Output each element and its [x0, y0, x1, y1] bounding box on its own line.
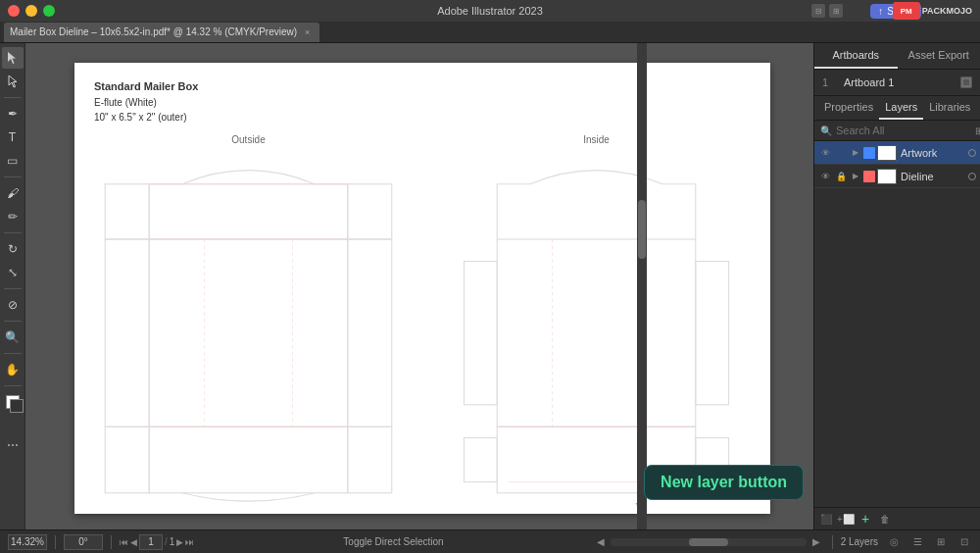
- share-icon: ↑: [878, 6, 883, 17]
- svg-rect-0: [149, 239, 348, 427]
- toolbar-separator-6: [4, 353, 22, 354]
- tooltip-box: New layer button: [644, 465, 804, 500]
- status-sep-2: [111, 535, 112, 549]
- layer-color-artwork: [863, 147, 875, 159]
- add-artboard-button[interactable]: ⊞: [933, 534, 949, 550]
- prev-page-button[interactable]: ◀: [130, 537, 137, 547]
- svg-rect-4: [348, 239, 392, 427]
- maximize-button[interactable]: [43, 5, 55, 17]
- horizontal-scrollbar[interactable]: [611, 538, 807, 546]
- artboard-item-1[interactable]: 1 Artboard 1: [814, 74, 980, 91]
- inside-label: Inside: [442, 134, 751, 145]
- box-dimensions: 10" x 6.5" x 2" (outer): [94, 110, 751, 125]
- svg-rect-7: [105, 427, 149, 493]
- scroll-left-button[interactable]: ◀: [593, 534, 609, 550]
- scale-tool[interactable]: ⤡: [2, 262, 24, 283]
- status-bar: ⏮ ◀ / 1 ▶ ⏭ Toggle Direct Selection ◀ ▶ …: [0, 529, 980, 553]
- hand-tool[interactable]: ✋: [2, 359, 24, 380]
- last-page-button[interactable]: ⏭: [185, 537, 194, 547]
- rotation-input[interactable]: [64, 534, 103, 550]
- tab-artboards[interactable]: Artboards: [814, 43, 898, 69]
- main-layout: ✒ T ▭ 🖌 ✏ ↻ ⤡ ⊘ 🔍 ✋ ⋯ Standard Mailer Bo…: [0, 43, 980, 529]
- layer-lock-artwork[interactable]: [834, 146, 848, 160]
- layer-name-dieline: Dieline: [899, 171, 966, 182]
- new-layer-button[interactable]: +: [858, 511, 873, 527]
- right-panel: Artboards Asset Export 1 Artboard 1 Prop…: [813, 43, 980, 529]
- create-new-sublayer-button[interactable]: +⬜: [838, 511, 854, 527]
- zoom-tool[interactable]: 🔍: [2, 327, 24, 348]
- layer-options-button[interactable]: ☰: [909, 534, 925, 550]
- eyedropper-tool[interactable]: ⊘: [2, 294, 24, 316]
- layer-visibility-dieline[interactable]: 👁: [818, 170, 832, 183]
- minimize-button[interactable]: [25, 5, 37, 17]
- traffic-lights: [8, 5, 55, 17]
- panel-bottom: ⬛ +⬜ + 🗑: [814, 507, 980, 529]
- tab-properties[interactable]: Properties: [818, 96, 879, 120]
- delete-layer-button[interactable]: 🗑: [877, 511, 893, 527]
- pen-tool[interactable]: ✒: [2, 103, 24, 125]
- type-tool[interactable]: T: [2, 126, 24, 148]
- layer-dot-artwork: [968, 149, 976, 157]
- layer-name-artwork: Artwork: [899, 147, 966, 159]
- tab-asset-export[interactable]: Asset Export: [898, 43, 981, 69]
- layer-lock-dieline[interactable]: 🔒: [834, 170, 848, 183]
- svg-rect-16: [497, 239, 696, 427]
- tab-layers[interactable]: Layers: [879, 96, 923, 120]
- artboard: Standard Mailer Box E-flute (White) 10" …: [74, 63, 770, 514]
- app-title: Adobe Illustrator 2023: [437, 5, 543, 17]
- layer-expand-dieline[interactable]: ▶: [850, 171, 861, 182]
- layer-color-dieline: [863, 171, 875, 182]
- zoom-input[interactable]: [8, 534, 47, 550]
- page-input[interactable]: [139, 534, 163, 550]
- layer-item-artwork[interactable]: 👁 ▶ Artwork: [814, 141, 980, 165]
- h-scrollbar-thumb[interactable]: [689, 538, 728, 546]
- rotate-tool[interactable]: ↻: [2, 238, 24, 260]
- tab-libraries[interactable]: Libraries: [923, 96, 976, 120]
- next-page-button[interactable]: ▶: [176, 537, 183, 547]
- pencil-tool[interactable]: ✏: [2, 206, 24, 227]
- document-tab[interactable]: Mailer Box Dieline – 10x6.5x2-in.pdf* @ …: [4, 23, 319, 42]
- packmojo-logo: PM PACKMOJO: [893, 2, 972, 20]
- artboard-list: 1 Artboard 1: [814, 70, 980, 96]
- title-bar: Adobe Illustrator 2023 ⊟ ⊞ ↑ Share PM PA…: [0, 0, 980, 22]
- status-sep-3: [832, 535, 833, 549]
- first-page-button[interactable]: ⏮: [120, 537, 128, 547]
- layer-expand-artwork[interactable]: ▶: [850, 147, 861, 159]
- shape-tool[interactable]: ▭: [2, 150, 24, 172]
- artboard-name: Artboard 1: [844, 76, 955, 88]
- scroll-right-button[interactable]: ▶: [808, 534, 824, 550]
- close-button[interactable]: [8, 5, 20, 17]
- artboard-icon[interactable]: [960, 76, 972, 88]
- layer-item-dieline[interactable]: 👁 🔒 ▶ Dieline: [814, 165, 980, 188]
- left-toolbar: ✒ T ▭ 🖌 ✏ ↻ ⤡ ⊘ 🔍 ✋ ⋯: [0, 43, 25, 529]
- artboard-options-button[interactable]: ⊡: [956, 534, 972, 550]
- outside-dieline: [94, 151, 403, 527]
- select-tool[interactable]: [2, 47, 24, 69]
- toolbar-separator-5: [4, 321, 22, 322]
- svg-rect-3: [105, 239, 149, 427]
- direct-select-tool[interactable]: [2, 71, 24, 92]
- extra-tools[interactable]: ⋯: [2, 434, 24, 456]
- make-layer-clipping-mask-button[interactable]: ⬛: [818, 511, 834, 527]
- win-ctrl-1[interactable]: ⊟: [811, 4, 825, 18]
- win-ctrl-2[interactable]: ⊞: [829, 4, 843, 18]
- svg-rect-26: [962, 78, 970, 86]
- layer-visibility-artwork[interactable]: 👁: [818, 146, 832, 160]
- search-input[interactable]: [836, 125, 971, 136]
- tab-close-button[interactable]: ×: [305, 27, 310, 37]
- svg-rect-1: [149, 183, 348, 238]
- svg-rect-5: [105, 183, 149, 238]
- fill-color[interactable]: [2, 391, 24, 413]
- layers-list: 👁 ▶ Artwork 👁 🔒 ▶ Dieline: [814, 141, 980, 507]
- filter-icon[interactable]: ⊞: [975, 126, 980, 136]
- search-icon: 🔍: [820, 126, 832, 136]
- layers-count: 2 Layers: [841, 536, 878, 547]
- svg-rect-20: [465, 437, 498, 481]
- paintbrush-tool[interactable]: 🖌: [2, 182, 24, 204]
- svg-rect-19: [696, 261, 729, 404]
- v-scrollbar-thumb[interactable]: [638, 200, 646, 259]
- page-total: 1: [170, 536, 175, 547]
- v-scrollbar[interactable]: [637, 43, 647, 529]
- toolbar-separator-3: [4, 232, 22, 233]
- locate-object-button[interactable]: ◎: [886, 534, 902, 550]
